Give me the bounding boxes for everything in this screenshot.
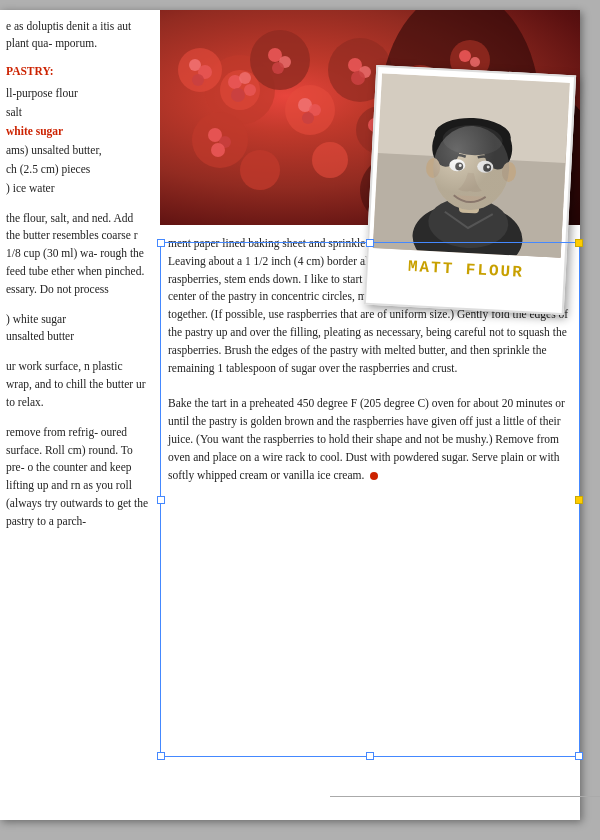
page-footer: page 9 <box>320 790 600 802</box>
svg-point-39 <box>459 50 471 62</box>
left-paragraph-2: ) white sugar unsalted butter <box>6 311 149 347</box>
ingredient2-extra: unsalted butter <box>6 330 74 342</box>
list-item: ch (2.5 cm) pieces <box>6 160 149 179</box>
list-item: white sugar <box>6 122 149 141</box>
svg-point-30 <box>192 74 204 86</box>
left-column-text: e as doluptis denit a itis aut plant qua… <box>0 10 155 539</box>
ingredient-highlight: white sugar <box>6 125 63 137</box>
list-item: ll-purpose flour <box>6 84 149 103</box>
left-paragraph-3: ur work surface, n plastic wrap, and to … <box>6 358 149 411</box>
footer-line <box>330 796 600 797</box>
svg-point-19 <box>211 143 225 157</box>
list-item: ams) unsalted butter, <box>6 141 149 160</box>
selection-handle-bm[interactable] <box>366 752 374 760</box>
intro-paragraph: e as doluptis denit a itis aut plant qua… <box>6 18 149 53</box>
svg-point-22 <box>302 112 314 124</box>
svg-point-7 <box>240 150 280 190</box>
main-paragraph-2: Bake the tart in a preheated 450 degree … <box>168 395 570 484</box>
ingredient2-label: ) white sugar <box>6 313 66 325</box>
right-column: MATT FLOUR ment paper lined baking sheet… <box>160 10 580 820</box>
polaroid-photo: MATT FLOUR <box>364 65 576 315</box>
svg-point-40 <box>470 57 480 67</box>
selection-handle-mr[interactable] <box>575 496 583 504</box>
list-item: ) ice water <box>6 179 149 198</box>
paragraph-2-text: Bake the tart in a preheated 450 degree … <box>168 397 565 480</box>
svg-point-12 <box>231 88 245 102</box>
polaroid-caption: MATT FLOUR <box>367 256 564 284</box>
pastry-header: PASTRY: <box>6 63 149 80</box>
left-paragraph-4: remove from refrig- oured surface. Roll … <box>6 424 149 531</box>
left-paragraph-1: the flour, salt, and ned. Add the butter… <box>6 210 149 299</box>
left-column: e as doluptis denit a itis aut plant qua… <box>0 10 160 820</box>
person-portrait-svg <box>373 73 570 258</box>
selection-handle-br[interactable] <box>575 752 583 760</box>
svg-point-16 <box>272 62 284 74</box>
svg-point-25 <box>351 71 365 85</box>
svg-point-11 <box>239 72 251 84</box>
end-dot <box>370 472 378 480</box>
list-item: salt <box>6 103 149 122</box>
ingredient-list: ll-purpose flour salt white sugar ams) u… <box>6 84 149 198</box>
polaroid-image <box>373 73 570 258</box>
page-container: e as doluptis denit a itis aut plant qua… <box>0 10 580 820</box>
svg-point-13 <box>244 84 256 96</box>
svg-point-8 <box>312 142 348 178</box>
